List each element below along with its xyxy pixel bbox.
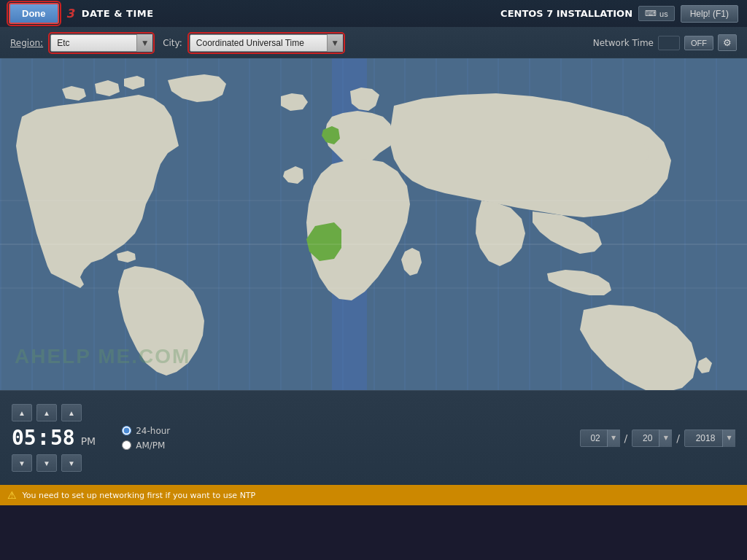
network-time-off-button[interactable]: OFF [684, 36, 713, 50]
header-right: CENTOS 7 INSTALLATION ⌨ us Help! (F1) [500, 5, 738, 23]
svg-rect-10 [280, 58, 282, 390]
keyboard-layout-label: us [659, 9, 668, 18]
network-time-input[interactable] [658, 36, 680, 50]
seconds-up-button[interactable]: ▲ [61, 404, 82, 421]
year-select[interactable]: 2018 2017 2019 [684, 429, 735, 447]
warning-icon: ⚠ [7, 489, 17, 501]
city-label: City: [163, 38, 182, 48]
map-container[interactable]: AHELP ME.COM [0, 58, 747, 390]
format-24h-text: 24-hour [136, 426, 170, 436]
minutes-up-button[interactable]: ▲ [36, 404, 57, 421]
svg-rect-24 [716, 58, 717, 390]
hours-down-button[interactable]: ▼ [12, 454, 32, 472]
day-select-wrapper: 20 ▼ [632, 429, 672, 447]
format-ampm-radio[interactable] [122, 440, 131, 450]
step3-label: 3 [66, 7, 74, 20]
region-label: Region: [10, 38, 43, 48]
status-bar: ⚠ You need to set up networking first if… [0, 485, 747, 505]
format-24h-radio[interactable] [122, 426, 131, 435]
bottom-section: ▲ ▲ ▲ 05 : 58 PM ▼ ▼ ▼ 24-hour AM/PM [0, 390, 747, 485]
time-down-row: ▼ ▼ ▼ [12, 454, 96, 472]
year-select-wrapper: 2018 2017 2019 ▼ [684, 429, 735, 447]
region-select-wrapper: Etc Africa America Asia Europe ▼ [50, 34, 152, 52]
header: Done 3 DATE & TIME CENTOS 7 INSTALLATION… [0, 0, 747, 28]
date-separator-1: / [624, 432, 628, 444]
world-map[interactable] [0, 58, 747, 390]
month-select-wrapper: 02 010304 050607 080910 1112 ▼ [580, 429, 620, 447]
time-format-section: 24-hour AM/PM [122, 426, 170, 451]
time-display: 05 : 58 PM [12, 426, 96, 450]
day-select[interactable]: 20 [632, 429, 672, 447]
format-ampm-text: AM/PM [136, 440, 165, 451]
installation-title: CENTOS 7 INSTALLATION [500, 8, 632, 19]
page-title: DATE & TIME [82, 8, 154, 19]
network-time-section: Network Time OFF ⚙ [593, 34, 737, 51]
time-colon: : [39, 426, 47, 450]
watermark: AHELP ME.COM [15, 345, 190, 368]
date-separator-2: / [676, 432, 680, 444]
format-24h-label[interactable]: 24-hour [122, 426, 170, 436]
city-select-wrapper: Coordinated Universal Time GMT UTC ▼ [190, 34, 343, 52]
network-time-gear-button[interactable]: ⚙ [718, 34, 737, 51]
hours-display: 05 [12, 426, 36, 450]
controls-bar: Region: Etc Africa America Asia Europe ▼… [0, 28, 747, 58]
format-ampm-label[interactable]: AM/PM [122, 440, 170, 451]
svg-rect-8 [218, 58, 220, 390]
network-time-label: Network Time [593, 38, 654, 48]
region-select[interactable]: Etc Africa America Asia Europe [50, 34, 152, 52]
city-select[interactable]: Coordinated Universal Time GMT UTC [190, 34, 343, 52]
svg-rect-9 [249, 58, 250, 390]
seconds-down-button[interactable]: ▼ [61, 454, 82, 472]
minutes-down-button[interactable]: ▼ [36, 454, 57, 472]
time-control-section: ▲ ▲ ▲ 05 : 58 PM ▼ ▼ ▼ [12, 404, 96, 472]
keyboard-icon: ⌨ [645, 9, 657, 18]
time-up-row: ▲ ▲ ▲ [12, 404, 96, 421]
keyboard-button[interactable]: ⌨ us [638, 6, 675, 21]
help-button[interactable]: Help! (F1) [681, 5, 738, 23]
done-button[interactable]: Done [9, 3, 59, 24]
hours-up-button[interactable]: ▲ [12, 404, 32, 421]
minutes-display: 58 [50, 426, 75, 450]
date-section: 02 010304 050607 080910 1112 ▼ / 20 ▼ / … [580, 429, 735, 447]
ampm-display: PM [81, 435, 96, 447]
month-select[interactable]: 02 010304 050607 080910 1112 [580, 429, 620, 447]
svg-rect-2 [31, 58, 33, 390]
header-left: Done 3 DATE & TIME [9, 3, 154, 24]
status-message: You need to set up networking first if y… [23, 491, 256, 500]
svg-rect-1 [0, 58, 1, 390]
